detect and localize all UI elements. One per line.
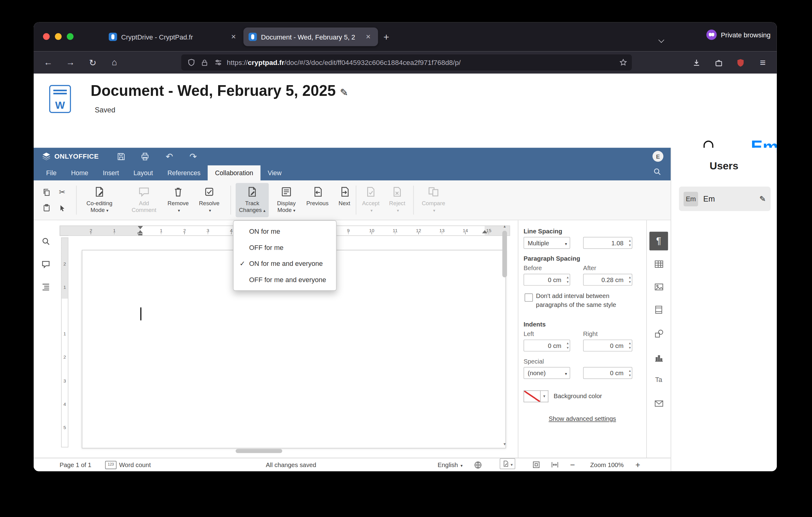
display-mode-button[interactable]: DisplayMode bbox=[271, 183, 301, 217]
forward-icon[interactable]: → bbox=[63, 55, 78, 70]
adblock-icon[interactable] bbox=[733, 55, 748, 70]
background-color-dropdown[interactable]: ▾ bbox=[541, 390, 548, 403]
background-color-swatch[interactable] bbox=[523, 390, 541, 403]
mailmerge-settings-icon[interactable] bbox=[649, 394, 668, 413]
track-menu-item[interactable]: ON for me bbox=[233, 224, 336, 240]
find-icon[interactable] bbox=[40, 235, 51, 247]
special-spinner[interactable]: 0 cm▴▾ bbox=[583, 367, 632, 379]
permissions-icon[interactable] bbox=[211, 56, 225, 69]
edit-user-icon[interactable]: ✎ bbox=[759, 194, 766, 203]
scroll-down-icon[interactable]: ▼ bbox=[501, 441, 508, 447]
resolve-button[interactable]: Resolve bbox=[195, 183, 223, 217]
compare-button[interactable]: Compare bbox=[418, 183, 449, 217]
save-icon[interactable] bbox=[115, 151, 127, 162]
menu-tab[interactable]: View bbox=[260, 165, 289, 181]
tab-close-icon[interactable]: ✕ bbox=[364, 32, 373, 42]
zoom-window-button[interactable] bbox=[67, 33, 74, 40]
hanging-indent-marker[interactable] bbox=[138, 230, 143, 234]
paste-icon[interactable] bbox=[42, 204, 51, 212]
spinner-arrows-icon[interactable]: ▴▾ bbox=[629, 341, 631, 350]
cut-icon[interactable]: ✂ bbox=[59, 188, 65, 197]
menu-tab[interactable]: Layout bbox=[126, 165, 160, 181]
special-select[interactable]: (none) bbox=[523, 367, 570, 379]
right-indent-marker[interactable] bbox=[482, 230, 487, 234]
paragraph-settings-icon[interactable]: ¶ bbox=[649, 232, 668, 250]
fit-width-icon[interactable] bbox=[551, 458, 559, 471]
home-icon[interactable]: ⌂ bbox=[107, 55, 121, 70]
vertical-ruler[interactable]: 21123456 bbox=[61, 237, 68, 447]
line-spacing-select[interactable]: Multiple bbox=[523, 237, 570, 249]
vertical-scrollbar[interactable]: ▲ ▼ bbox=[501, 224, 508, 447]
advanced-settings-link[interactable]: Show advanced settings bbox=[518, 415, 646, 423]
textart-settings-icon[interactable]: Ta bbox=[649, 370, 668, 389]
word-count-button[interactable]: Word count bbox=[105, 458, 151, 471]
track-changes-display-toggle[interactable] bbox=[500, 458, 515, 469]
print-icon[interactable] bbox=[139, 151, 151, 162]
tab-cryptdrive[interactable]: CryptDrive - CryptPad.fr ✕ bbox=[104, 28, 243, 46]
url-bar[interactable]: https://cryptpad.fr/doc/#/3/doc/edit/ff0… bbox=[181, 55, 632, 71]
track-menu-item[interactable]: OFF for me and everyone bbox=[233, 272, 336, 288]
next-change-button[interactable]: Next bbox=[335, 183, 354, 217]
undo-icon[interactable]: ↶ bbox=[163, 151, 176, 162]
spinner-arrows-icon[interactable]: ▴▾ bbox=[629, 368, 631, 377]
back-icon[interactable]: ← bbox=[41, 55, 55, 70]
spacing-before-spinner[interactable]: 0 cm▴▾ bbox=[523, 274, 570, 286]
indent-left-spinner[interactable]: 0 cm▴▾ bbox=[523, 340, 570, 352]
menu-hamburger-icon[interactable]: ≡ bbox=[756, 55, 770, 70]
shape-settings-icon[interactable] bbox=[649, 324, 668, 343]
select-all-icon[interactable] bbox=[58, 204, 66, 212]
chart-settings-icon[interactable] bbox=[649, 348, 668, 366]
bookmark-star-icon[interactable] bbox=[616, 56, 630, 69]
remove-comment-button[interactable]: Remove bbox=[164, 183, 192, 217]
reject-button[interactable]: Reject bbox=[385, 183, 409, 217]
list-tabs-chevron-icon[interactable] bbox=[659, 35, 664, 44]
tracking-shield-icon[interactable] bbox=[184, 56, 198, 69]
new-tab-button[interactable]: + bbox=[380, 31, 393, 44]
fit-page-icon[interactable] bbox=[532, 458, 540, 471]
copy-icon[interactable] bbox=[42, 188, 51, 196]
menu-tab[interactable]: References bbox=[160, 165, 208, 181]
track-changes-button[interactable]: TrackChanges bbox=[236, 183, 269, 217]
spinner-arrows-icon[interactable]: ▴▾ bbox=[629, 238, 631, 247]
menu-tab[interactable]: Insert bbox=[95, 165, 126, 181]
menu-tab[interactable]: Home bbox=[64, 165, 95, 181]
headerfooter-settings-icon[interactable] bbox=[649, 300, 668, 319]
scroll-up-icon[interactable]: ▲ bbox=[501, 224, 508, 230]
spinner-arrows-icon[interactable]: ▴▾ bbox=[567, 341, 569, 350]
spinner-arrows-icon[interactable]: ▴▾ bbox=[629, 275, 631, 284]
download-icon[interactable] bbox=[689, 55, 704, 70]
horizontal-scrollbar[interactable] bbox=[60, 448, 502, 454]
set-language-globe-icon[interactable] bbox=[474, 458, 482, 471]
left-indent-marker[interactable] bbox=[138, 234, 143, 235]
extensions-icon[interactable] bbox=[712, 55, 726, 70]
scrollbar-thumb[interactable] bbox=[502, 230, 507, 277]
search-icon[interactable] bbox=[653, 167, 661, 176]
tab-close-icon[interactable]: ✕ bbox=[229, 32, 238, 42]
redo-icon[interactable]: ↷ bbox=[187, 151, 200, 162]
image-settings-icon[interactable] bbox=[649, 277, 668, 296]
lock-icon[interactable] bbox=[198, 56, 211, 69]
zoom-in-button[interactable]: + bbox=[635, 458, 640, 471]
reload-icon[interactable]: ↻ bbox=[85, 55, 100, 70]
edit-title-icon[interactable]: ✎ bbox=[340, 87, 348, 98]
scrollbar-thumb[interactable] bbox=[236, 449, 282, 453]
menu-tab[interactable]: Collaboration bbox=[208, 165, 260, 181]
accept-button[interactable]: Accept bbox=[359, 183, 383, 217]
add-comment-button[interactable]: AddComment bbox=[127, 183, 161, 217]
spinner-arrows-icon[interactable]: ▴▾ bbox=[567, 275, 569, 284]
zoom-out-button[interactable]: − bbox=[570, 458, 575, 471]
page-indicator[interactable]: Page 1 of 1 bbox=[60, 458, 91, 471]
track-menu-item[interactable]: OFF for me bbox=[233, 240, 336, 255]
coediting-mode-button[interactable]: Co-editingMode bbox=[80, 183, 119, 217]
menu-tab[interactable]: File bbox=[39, 165, 64, 181]
indent-right-spinner[interactable]: 0 cm▴▾ bbox=[583, 340, 632, 352]
track-menu-item[interactable]: ON for me and everyone bbox=[233, 255, 336, 271]
minimize-window-button[interactable] bbox=[55, 33, 61, 40]
line-spacing-spinner[interactable]: 1.08▴▾ bbox=[583, 237, 632, 249]
first-line-indent-marker[interactable] bbox=[138, 226, 143, 229]
close-window-button[interactable] bbox=[43, 33, 50, 40]
table-settings-icon[interactable] bbox=[649, 254, 668, 273]
language-selector[interactable]: English bbox=[437, 458, 463, 471]
interval-checkbox[interactable] bbox=[525, 293, 533, 302]
spacing-after-spinner[interactable]: 0.28 cm▴▾ bbox=[583, 274, 632, 286]
